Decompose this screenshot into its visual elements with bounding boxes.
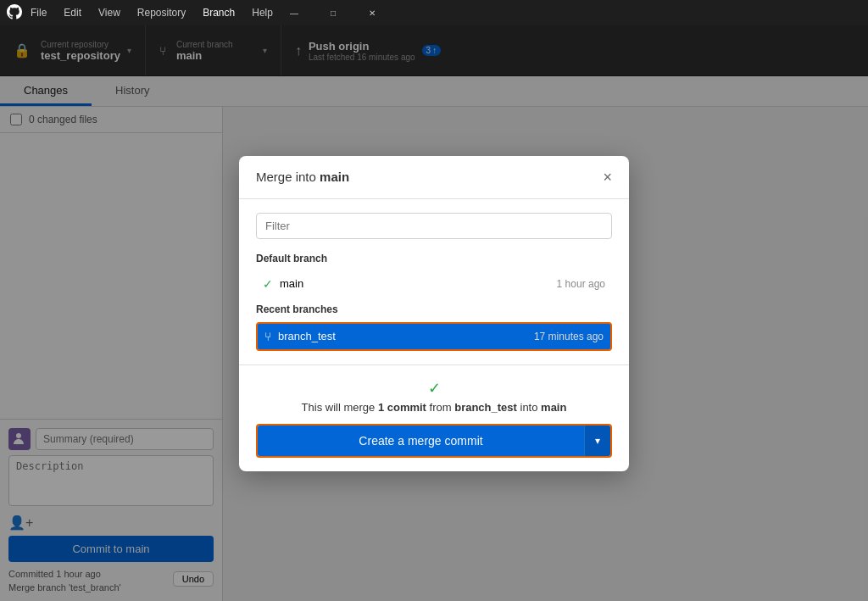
maximize-button[interactable]: □ bbox=[314, 0, 353, 25]
modal-close-button[interactable]: × bbox=[603, 170, 612, 185]
selected-branch-item[interactable]: ⑂ branch_test 17 minutes ago bbox=[256, 322, 612, 351]
branch-item-icon: ⑂ bbox=[264, 330, 271, 343]
minimize-button[interactable]: — bbox=[275, 0, 314, 25]
titlebar: File Edit View Repository Branch Help — … bbox=[0, 0, 868, 25]
default-branch-item[interactable]: ✓ main 1 hour ago bbox=[256, 271, 612, 297]
modal-title-branch: main bbox=[320, 170, 349, 184]
into-branch: main bbox=[541, 401, 566, 414]
recent-branches-section-label: Recent branches bbox=[256, 303, 612, 315]
selected-branch-time: 17 minutes ago bbox=[534, 331, 604, 342]
menu-branch[interactable]: Branch bbox=[201, 3, 236, 22]
default-branch-name: main bbox=[280, 277, 550, 290]
from-branch: branch_test bbox=[454, 401, 517, 414]
default-branch-time: 1 hour ago bbox=[557, 278, 605, 290]
merge-commit-button[interactable]: Create a merge commit bbox=[258, 426, 584, 456]
modal-title: Merge into main bbox=[256, 170, 349, 184]
merge-check-icon: ✓ bbox=[256, 379, 612, 398]
modal-footer: ✓ This will merge 1 commit from branch_t… bbox=[239, 364, 629, 471]
menu-file[interactable]: File bbox=[29, 3, 48, 22]
check-icon: ✓ bbox=[263, 277, 273, 291]
merge-info: ✓ This will merge 1 commit from branch_t… bbox=[256, 379, 612, 414]
commit-count: 1 commit bbox=[378, 401, 426, 414]
modal-header: Merge into main × bbox=[239, 156, 629, 199]
menu-view[interactable]: View bbox=[97, 3, 122, 22]
menu-edit[interactable]: Edit bbox=[62, 3, 83, 22]
menu-bar: File Edit View Repository Branch Help bbox=[29, 3, 275, 22]
app-logo bbox=[7, 4, 22, 22]
menu-repository[interactable]: Repository bbox=[136, 3, 187, 22]
modal-overlay: Merge into main × Default branch ✓ main … bbox=[0, 25, 868, 601]
merge-modal: Merge into main × Default branch ✓ main … bbox=[239, 156, 629, 471]
menu-help[interactable]: Help bbox=[250, 3, 275, 22]
filter-input[interactable] bbox=[256, 213, 612, 239]
default-branch-section-label: Default branch bbox=[256, 253, 612, 264]
merge-commit-dropdown-button[interactable]: ▾ bbox=[584, 426, 610, 456]
merge-commit-btn-row: Create a merge commit ▾ bbox=[256, 424, 612, 458]
window-controls: — □ ✕ bbox=[275, 0, 392, 25]
close-button[interactable]: ✕ bbox=[353, 0, 392, 25]
modal-body: Default branch ✓ main 1 hour ago Recent … bbox=[239, 199, 629, 364]
selected-branch-name: branch_test bbox=[278, 330, 527, 342]
